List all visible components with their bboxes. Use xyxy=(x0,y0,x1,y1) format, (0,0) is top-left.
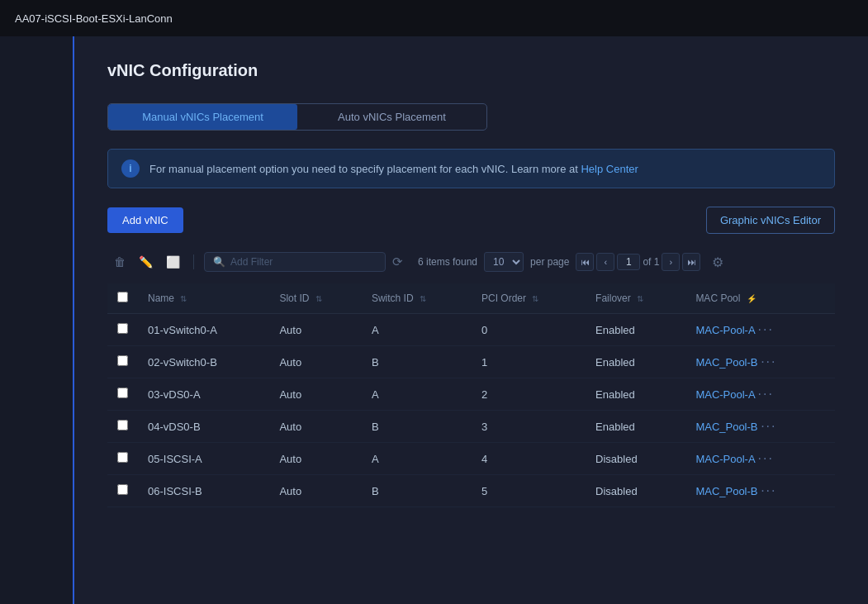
mac-pool-link-3[interactable]: MAC_Pool-B xyxy=(695,421,757,433)
items-found: 6 items found xyxy=(418,256,477,268)
row-checkbox-1[interactable] xyxy=(117,355,128,366)
tab-manual[interactable]: Manual vNICs Placement xyxy=(108,104,297,130)
top-bar: AA07-iSCSI-Boot-ESXi-LanConn xyxy=(0,0,868,36)
cell-macpool-2: MAC-Pool-A ··· xyxy=(685,378,835,411)
table-row: 02-vSwitch0-B Auto B 1 Enabled MAC_Pool-… xyxy=(107,346,835,378)
row-checkbox-5[interactable] xyxy=(117,484,128,495)
page-title: vNIC Configuration xyxy=(107,61,835,80)
tab-group: Manual vNICs Placement Auto vNICs Placem… xyxy=(107,103,487,131)
cell-slotid-1: Auto xyxy=(269,346,361,378)
search-icon: 🔍 xyxy=(213,256,225,268)
mac-pool-link-1[interactable]: MAC_Pool-B xyxy=(695,356,757,369)
cell-name-5: 06-ISCSI-B xyxy=(138,475,269,507)
info-icon: i xyxy=(121,159,140,178)
table-row: 04-vDS0-B Auto B 3 Enabled MAC_Pool-B ··… xyxy=(107,411,835,443)
th-pci-order: PCI Order ⇅ xyxy=(472,283,586,314)
cell-pciorder-4: 4 xyxy=(472,443,586,475)
cell-name-3: 04-vDS0-B xyxy=(138,411,269,443)
prev-page-btn[interactable]: ‹ xyxy=(596,253,614,271)
row-menu-btn-1[interactable]: ··· xyxy=(761,354,776,369)
th-select-all xyxy=(107,283,138,314)
cell-macpool-0: MAC-Pool-A ··· xyxy=(685,314,835,346)
sort-macpool-icon[interactable]: ⚡ xyxy=(747,294,757,303)
edit-icon[interactable]: ✏️ xyxy=(135,254,156,270)
sort-failover-icon[interactable]: ⇅ xyxy=(637,294,643,303)
cell-pciorder-5: 5 xyxy=(472,475,586,507)
mac-pool-link-5[interactable]: MAC_Pool-B xyxy=(695,485,757,497)
cell-name-4: 05-ISCSI-A xyxy=(138,443,269,475)
refresh-icon[interactable]: ⟳ xyxy=(392,254,403,269)
row-checkbox-3[interactable] xyxy=(117,420,128,430)
mac-pool-link-4[interactable]: MAC-Pool-A xyxy=(695,453,755,465)
th-switch-id: Switch ID ⇅ xyxy=(362,283,472,314)
cell-pciorder-2: 2 xyxy=(472,378,586,411)
toolbar-divider xyxy=(193,254,194,269)
settings-icon[interactable]: ⚙ xyxy=(712,254,723,270)
tab-auto[interactable]: Auto vNICs Placement xyxy=(297,104,486,130)
table-row: 03-vDS0-A Auto A 2 Enabled MAC-Pool-A ··… xyxy=(107,378,835,411)
cell-failover-2: Enabled xyxy=(586,378,685,411)
row-checkbox-cell xyxy=(107,378,138,411)
cell-name-0: 01-vSwitch0-A xyxy=(138,314,269,346)
vnic-table: Name ⇅ Slot ID ⇅ Switch ID ⇅ PCI Order ⇅… xyxy=(107,283,835,507)
info-banner: i For manual placement option you need t… xyxy=(107,149,835,188)
row-menu-btn-0[interactable]: ··· xyxy=(758,322,774,336)
cell-slotid-0: Auto xyxy=(269,314,361,346)
select-all-checkbox[interactable] xyxy=(117,292,128,302)
per-page-select[interactable]: 10 25 50 xyxy=(484,252,524,272)
row-checkbox-cell xyxy=(107,314,138,346)
cell-slotid-5: Auto xyxy=(269,475,361,507)
cell-slotid-4: Auto xyxy=(269,443,361,475)
row-checkbox-4[interactable] xyxy=(117,452,128,463)
copy-icon[interactable]: ⬜ xyxy=(163,254,183,270)
add-vnic-button[interactable]: Add vNIC xyxy=(107,207,183,233)
cell-pciorder-1: 1 xyxy=(472,346,586,378)
mac-pool-link-0[interactable]: MAC-Pool-A xyxy=(695,324,755,336)
page-number-input[interactable] xyxy=(617,254,640,270)
row-menu-btn-3[interactable]: ··· xyxy=(761,419,776,433)
cell-macpool-3: MAC_Pool-B ··· xyxy=(685,411,835,443)
table-header-row: Name ⇅ Slot ID ⇅ Switch ID ⇅ PCI Order ⇅… xyxy=(107,283,835,314)
cell-macpool-1: MAC_Pool-B ··· xyxy=(685,346,835,378)
table-row: 01-vSwitch0-A Auto A 0 Enabled MAC-Pool-… xyxy=(107,314,835,346)
cell-macpool-4: MAC-Pool-A ··· xyxy=(685,443,835,475)
cell-switchid-2: A xyxy=(362,378,472,411)
filter-input[interactable] xyxy=(230,256,377,268)
sort-pciorder-icon[interactable]: ⇅ xyxy=(532,294,538,303)
row-menu-btn-2[interactable]: ··· xyxy=(758,387,774,401)
cell-slotid-3: Auto xyxy=(269,411,361,443)
mac-pool-link-2[interactable]: MAC-Pool-A xyxy=(695,388,755,401)
pagination-controls: ⏮ ‹ of 1 › ⏭ xyxy=(576,253,700,271)
sort-switchid-icon[interactable]: ⇅ xyxy=(420,294,426,303)
cell-failover-4: Disabled xyxy=(586,443,685,475)
th-mac-pool: MAC Pool ⚡ xyxy=(685,283,835,314)
cell-pciorder-0: 0 xyxy=(472,314,586,346)
first-page-btn[interactable]: ⏮ xyxy=(576,253,594,271)
cell-failover-0: Enabled xyxy=(586,314,685,346)
cell-failover-5: Disabled xyxy=(586,475,685,507)
row-checkbox-cell xyxy=(107,443,138,475)
row-checkbox-0[interactable] xyxy=(117,323,128,334)
delete-icon[interactable]: 🗑 xyxy=(111,254,129,270)
filter-input-wrap: 🔍 xyxy=(204,252,386,272)
action-row: Add vNIC Graphic vNICs Editor xyxy=(107,207,835,234)
last-page-btn[interactable]: ⏭ xyxy=(682,253,700,271)
sidebar xyxy=(0,36,74,604)
row-checkbox-cell xyxy=(107,346,138,378)
th-slot-id: Slot ID ⇅ xyxy=(269,283,361,314)
row-checkbox-2[interactable] xyxy=(117,388,128,398)
graphic-editor-button[interactable]: Graphic vNICs Editor xyxy=(706,207,835,234)
sort-slotid-icon[interactable]: ⇅ xyxy=(315,294,322,303)
per-page-label: per page xyxy=(530,256,569,268)
sort-name-icon[interactable]: ⇅ xyxy=(180,294,187,303)
cell-name-1: 02-vSwitch0-B xyxy=(138,346,269,378)
cell-switchid-3: B xyxy=(362,411,472,443)
info-text: For manual placement option you need to … xyxy=(149,163,638,175)
help-center-link[interactable]: Help Center xyxy=(581,163,638,175)
row-menu-btn-4[interactable]: ··· xyxy=(758,451,774,465)
cell-switchid-4: A xyxy=(362,443,472,475)
row-menu-btn-5[interactable]: ··· xyxy=(761,483,776,497)
cell-pciorder-3: 3 xyxy=(472,411,586,443)
table-toolbar: 🗑 ✏️ ⬜ 🔍 ⟳ 6 items found 10 25 50 per pa… xyxy=(107,247,835,277)
next-page-btn[interactable]: › xyxy=(662,253,680,271)
